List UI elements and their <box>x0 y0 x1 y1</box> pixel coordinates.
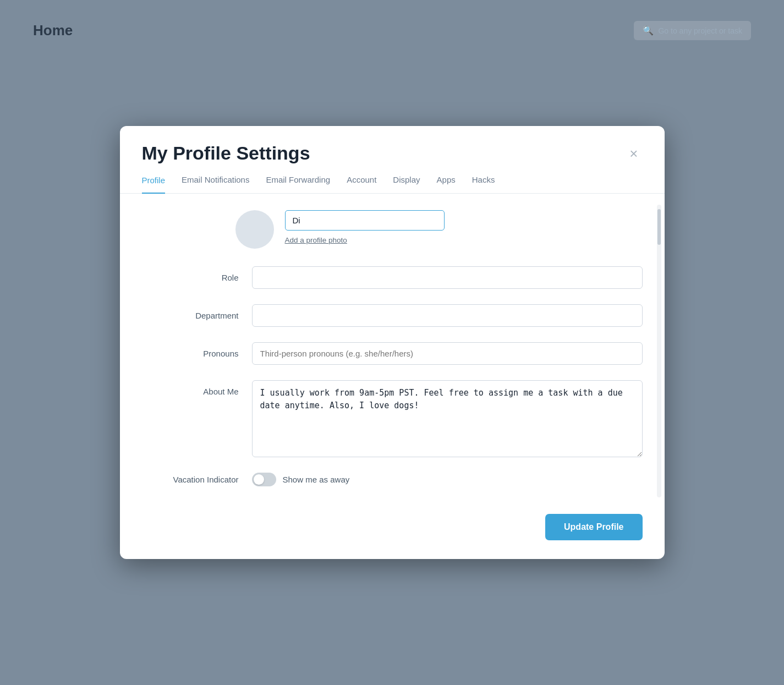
vacation-label: Vacation Indicator <box>142 475 252 484</box>
tab-account[interactable]: Account <box>347 175 376 193</box>
about-me-row: About Me I usually work from 9am-5pm PST… <box>142 380 643 457</box>
add-photo-button[interactable]: Add a profile photo <box>285 236 445 244</box>
vacation-text: Show me as away <box>283 475 350 484</box>
close-button[interactable]: × <box>625 144 642 163</box>
modal-title: My Profile Settings <box>142 143 310 164</box>
tab-apps[interactable]: Apps <box>437 175 456 193</box>
scrollbar-track[interactable] <box>657 205 661 497</box>
tab-bar: Profile Email Notifications Email Forwar… <box>120 164 665 194</box>
tab-display[interactable]: Display <box>393 175 420 193</box>
modal-footer: Update Profile <box>120 508 665 559</box>
role-label: Role <box>142 273 252 282</box>
vacation-toggle[interactable] <box>252 473 276 486</box>
background-search-placeholder: Go to any project or task <box>658 26 742 35</box>
pronouns-label: Pronouns <box>142 349 252 358</box>
vacation-row: Vacation Indicator Show me as away <box>142 473 643 486</box>
tab-email-forwarding[interactable]: Email Forwarding <box>266 175 330 193</box>
modal-dialog: My Profile Settings × Profile Email Noti… <box>120 126 665 559</box>
modal-header: My Profile Settings × <box>120 126 665 164</box>
department-row: Department <box>142 304 643 327</box>
profile-top-section: Add a profile photo <box>235 210 643 249</box>
update-profile-button[interactable]: Update Profile <box>545 514 642 540</box>
modal-body: Add a profile photo Role Department Pron… <box>120 194 665 508</box>
tab-email-notifications[interactable]: Email Notifications <box>182 175 249 193</box>
department-input[interactable] <box>252 304 643 327</box>
pronouns-row: Pronouns <box>142 342 643 365</box>
name-input[interactable] <box>285 210 445 231</box>
about-me-label: About Me <box>142 380 252 396</box>
about-me-textarea[interactable]: I usually work from 9am-5pm PST. Feel fr… <box>252 380 643 457</box>
search-icon: 🔍 <box>643 25 654 36</box>
tab-hacks[interactable]: Hacks <box>472 175 495 193</box>
role-input[interactable] <box>252 266 643 289</box>
avatar <box>235 210 274 249</box>
background-home-text: Home <box>33 22 73 39</box>
role-row: Role <box>142 266 643 289</box>
department-label: Department <box>142 311 252 320</box>
pronouns-input[interactable] <box>252 342 643 365</box>
scrollbar-thumb[interactable] <box>657 209 661 245</box>
tab-profile[interactable]: Profile <box>142 176 166 194</box>
